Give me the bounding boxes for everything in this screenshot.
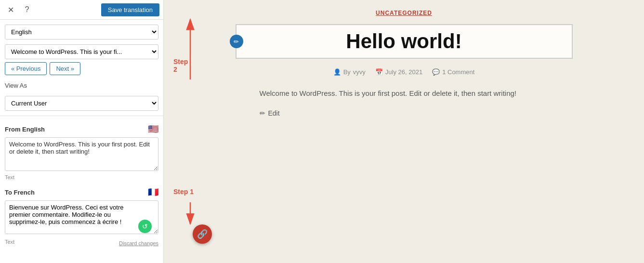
to-section-header: To French 🇫🇷 [5, 187, 158, 197]
from-section-title: From English [5, 126, 45, 133]
author-name: vyvy [353, 68, 366, 76]
from-section: From English 🇺🇸 Welcome to WordPress. Th… [0, 124, 163, 184]
next-button[interactable]: Next » [50, 62, 80, 75]
post-title-wrapper: ✏ Hello world! [236, 24, 573, 59]
previous-button[interactable]: « Previous [5, 62, 47, 75]
post-date: 📅 July 26, 2021 [375, 68, 422, 76]
step1-label: Step 1 [173, 188, 194, 196]
close-button[interactable]: ✕ [4, 3, 17, 16]
discard-row: Text Discard changes [5, 237, 158, 249]
post-select-wrapper: Welcome to WordPress. This is your fi... [0, 39, 163, 59]
to-section: To French 🇫🇷 Bienvenue sur WordPress. <s… [0, 187, 163, 249]
ai-translate-button[interactable]: ↺ [138, 220, 152, 233]
french-container: Bienvenue sur WordPress. <span class="un… [5, 200, 158, 236]
post-category: UNCATEGORIZED [236, 10, 573, 16]
floating-link-button[interactable]: 🔗 [193, 224, 212, 244]
to-section-title: To French [5, 189, 35, 196]
top-toolbar: ✕ ? Save translation [0, 0, 163, 20]
to-flag-icon: 🇫🇷 [148, 187, 158, 197]
edit-pencil-icon: ✏ [260, 109, 265, 117]
post-select[interactable]: Welcome to WordPress. This is your fi... [5, 44, 158, 59]
from-flag-icon: 🇺🇸 [148, 124, 158, 134]
post-body: Welcome to WordPress. This is your first… [260, 87, 549, 100]
post-meta: 👤 By vyvy 📅 July 26, 2021 💬 1 Comment [236, 68, 573, 76]
comment-count: 1 Comment [442, 68, 474, 76]
from-text-area[interactable]: Welcome to WordPress. This is your first… [5, 137, 158, 171]
right-panel: Step 1 Step 2 🔗 UNCATEGORIZED ✏ Hello wo… [164, 0, 644, 263]
view-as-select-wrapper: Current User [0, 91, 163, 111]
save-translation-button[interactable]: Save translation [101, 3, 159, 16]
from-field-type: Text [5, 174, 158, 180]
author-by: By [343, 68, 351, 76]
comment-icon: 💬 [432, 68, 440, 76]
discard-changes-link[interactable]: Discard changes [119, 240, 158, 246]
step2-label: Step 2 [173, 58, 188, 73]
title-edit-icon[interactable]: ✏ [230, 35, 243, 48]
edit-link[interactable]: ✏ Edit [260, 109, 549, 117]
section-divider [0, 116, 163, 116]
post-comments: 💬 1 Comment [432, 68, 474, 76]
left-panel: ✕ ? Save translation English Welcome to … [0, 0, 164, 263]
author-icon: 👤 [333, 68, 341, 76]
edit-link-label: Edit [268, 109, 280, 117]
nav-buttons: « Previous Next » [0, 59, 163, 78]
view-as-select[interactable]: Current User [5, 96, 158, 111]
help-button[interactable]: ? [20, 3, 34, 16]
from-section-header: From English 🇺🇸 [5, 124, 158, 134]
view-as-label: View As [0, 78, 163, 91]
to-text-area[interactable]: Bienvenue sur WordPress. <span class="un… [5, 200, 158, 234]
post-date-value: July 26, 2021 [385, 68, 422, 76]
language-select[interactable]: English [5, 25, 158, 39]
language-select-wrapper: English [0, 20, 163, 39]
to-field-type: Text [5, 239, 14, 245]
post-title: Hello world! [346, 30, 461, 53]
date-icon: 📅 [375, 68, 383, 76]
post-author: 👤 By vyvy [333, 68, 366, 76]
